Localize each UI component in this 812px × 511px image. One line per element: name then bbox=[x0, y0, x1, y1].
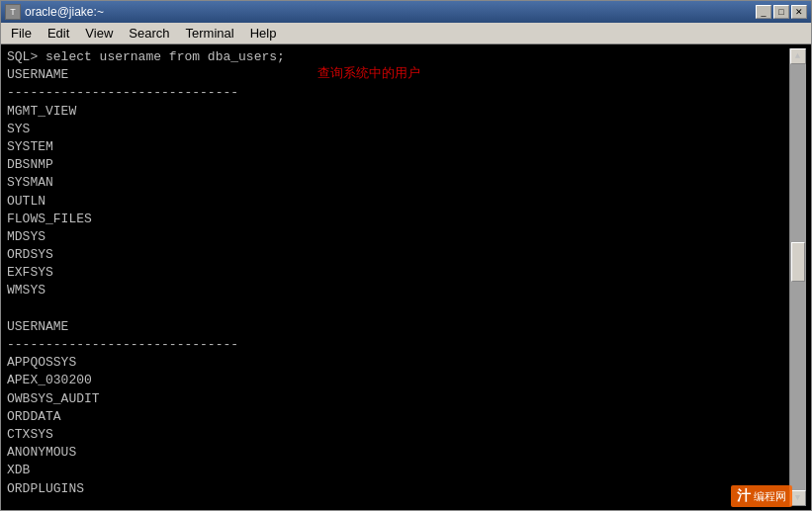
menu-item-terminal[interactable]: Terminal bbox=[178, 24, 242, 43]
terminal-window: T oracle@jiake:~ _ □ ✕ FileEditViewSearc… bbox=[0, 0, 812, 511]
annotation-text: 查询系统中的用户 bbox=[317, 64, 420, 82]
terminal-line: DBSNMP bbox=[7, 157, 53, 172]
title-bar-left: T oracle@jiake:~ bbox=[5, 4, 104, 20]
terminal-line: APPQOSSYS bbox=[7, 355, 76, 370]
scroll-thumb[interactable] bbox=[791, 242, 805, 282]
terminal-line: SYSTEM bbox=[7, 139, 53, 154]
terminal-line: OWBSYS_AUDIT bbox=[7, 391, 100, 406]
terminal-line: ANONYMOUS bbox=[7, 445, 76, 460]
menu-item-search[interactable]: Search bbox=[121, 24, 177, 43]
scroll-up-button[interactable]: ▲ bbox=[790, 48, 806, 64]
terminal-line: ORDPLUGINS bbox=[7, 481, 84, 496]
terminal-line: ORDSYS bbox=[7, 247, 53, 262]
terminal-line: SYS bbox=[7, 122, 30, 136]
terminal-line: MGMT_VIEW bbox=[7, 104, 76, 119]
terminal-line: USERNAME bbox=[7, 319, 68, 334]
title-bar-controls: _ □ ✕ bbox=[756, 5, 807, 19]
window-icon: T bbox=[5, 4, 21, 20]
terminal-line: OUTLN bbox=[7, 194, 45, 209]
terminal-content: SQL> select username from dba_users; USE… bbox=[7, 48, 789, 506]
watermark-logo: 编程网 bbox=[754, 489, 786, 504]
close-button[interactable]: ✕ bbox=[791, 5, 807, 19]
terminal-line: MDSYS bbox=[7, 229, 45, 244]
terminal-line: ------------------------------ bbox=[7, 337, 238, 352]
menu-item-edit[interactable]: Edit bbox=[40, 24, 77, 43]
terminal-line: WMSYS bbox=[7, 283, 45, 298]
terminal-line: ------------------------------ bbox=[7, 85, 238, 100]
terminal-line: USERNAME bbox=[7, 67, 68, 82]
terminal-line: APEX_030200 bbox=[7, 373, 92, 387]
menu-item-help[interactable]: Help bbox=[242, 24, 285, 43]
terminal-line: EXFSYS bbox=[7, 265, 53, 280]
menu-item-view[interactable]: View bbox=[77, 24, 121, 43]
sql-prompt: SQL> select username from dba_users; bbox=[7, 49, 285, 64]
terminal-line: CTXSYS bbox=[7, 427, 53, 442]
minimize-button[interactable]: _ bbox=[756, 5, 771, 19]
terminal-line: ORDDATA bbox=[7, 409, 61, 424]
menu-bar: FileEditViewSearchTerminalHelp bbox=[1, 23, 811, 44]
scrollbar[interactable]: ▲ ▼ bbox=[789, 48, 805, 506]
terminal-area[interactable]: SQL> select username from dba_users; USE… bbox=[1, 44, 811, 510]
watermark-icon: 汁 bbox=[737, 487, 751, 505]
terminal-line: SYSMAN bbox=[7, 175, 53, 190]
scroll-track[interactable] bbox=[790, 64, 806, 490]
terminal-line: XDB bbox=[7, 463, 30, 477]
maximize-button[interactable]: □ bbox=[773, 5, 789, 19]
watermark: 汁 编程网 bbox=[731, 485, 792, 507]
menu-item-file[interactable]: File bbox=[3, 24, 40, 43]
title-bar: T oracle@jiake:~ _ □ ✕ bbox=[1, 1, 811, 23]
window-title: oracle@jiake:~ bbox=[25, 5, 104, 19]
terminal-line: FLOWS_FILES bbox=[7, 212, 92, 226]
